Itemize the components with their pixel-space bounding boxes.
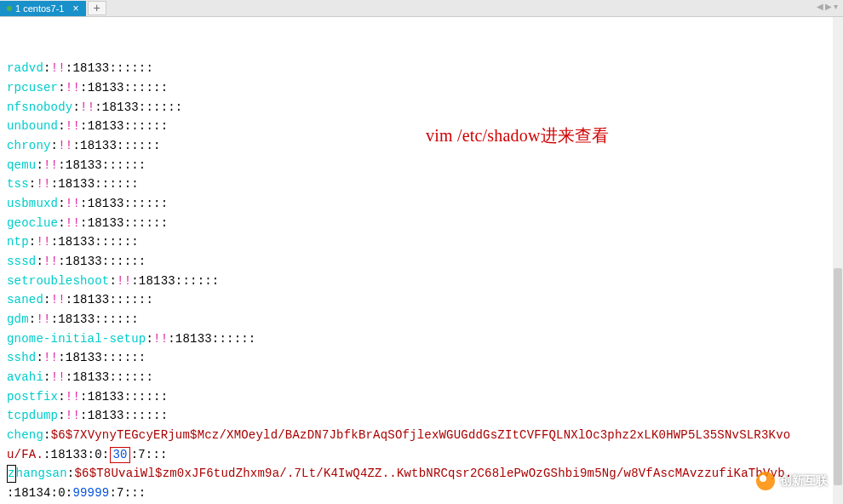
shadow-line: sshd:!!:18133:::::: [7,348,836,368]
shadow-line: unbound:!!:18133:::::: [7,117,836,136]
highlight-box: 30 [110,447,129,463]
annotation-text: vim /etc/shadow进来查看 [426,122,609,149]
tab-bar: 1 centos7-1 × + ◀ ▶ ▾ [0,0,843,17]
shadow-line: chrony:!!:18133:::::: [7,136,836,156]
terminal-content[interactable]: vim /etc/shadow进来查看 radvd:!!:18133::::::… [0,17,843,504]
watermark-text: 创新互联 [780,473,828,489]
shadow-line: geoclue:!!:18133:::::: [7,214,836,233]
shadow-line: setroubleshoot:!!:18133:::::: [7,272,836,291]
tab-label: 1 centos7-1 [15,3,64,14]
shadow-line-zhangsan-2: :18134:0:99999:7::: [7,484,836,503]
shadow-line: saned:!!:18133:::::: [7,290,836,310]
watermark: 创新互联 [756,472,828,490]
shadow-line: usbmuxd:!!:18133:::::: [7,194,836,214]
shadow-line: avahi:!!:18133:::::: [7,368,836,387]
nav-down-icon[interactable]: ▾ [834,2,838,11]
shadow-line: gdm:!!:18133:::::: [7,310,836,329]
tab-centos7[interactable]: 1 centos7-1 × [0,1,86,16]
add-tab-button[interactable]: + [88,1,106,15]
status-dot-icon [7,6,12,11]
shadow-line-zhangsan: zhangsan:$6$T8UvaiWl$zm0xJF6tudZhxm9a/.7… [7,464,836,484]
shadow-line: rpcuser:!!:18133:::::: [7,78,836,98]
tab-nav: ◀ ▶ ▾ [817,2,838,11]
nav-left-icon[interactable]: ◀ [817,2,823,11]
shadow-line: tss:!!:18133:::::: [7,175,836,194]
shadow-line: radvd:!!:18133:::::: [7,59,836,78]
close-icon[interactable]: × [72,3,78,14]
scroll-thumb[interactable] [834,268,842,485]
watermark-icon [756,472,775,490]
shadow-line: ntp:!!:18133:::::: [7,232,836,252]
nav-right-icon[interactable]: ▶ [825,2,832,11]
shadow-line-cheng: cheng:$6$7XVynyTEGcyERjum$Mcz/XMOeyld/BA… [7,426,836,445]
shadow-line: nfsnobody:!!:18133:::::: [7,98,836,117]
shadow-line: qemu:!!:18133:::::: [7,156,836,175]
shadow-line: gnome-initial-setup:!!:18133:::::: [7,329,836,349]
shadow-line: tcpdump:!!:18133:::::: [7,406,836,426]
scrollbar[interactable] [833,17,843,504]
shadow-line: postfix:!!:18133:::::: [7,387,836,407]
shadow-line: sssd:!!:18133:::::: [7,252,836,272]
shadow-line-cheng-2: u/FA.:18133:0:30:7::: [7,445,836,465]
cursor-icon: z [7,465,16,482]
